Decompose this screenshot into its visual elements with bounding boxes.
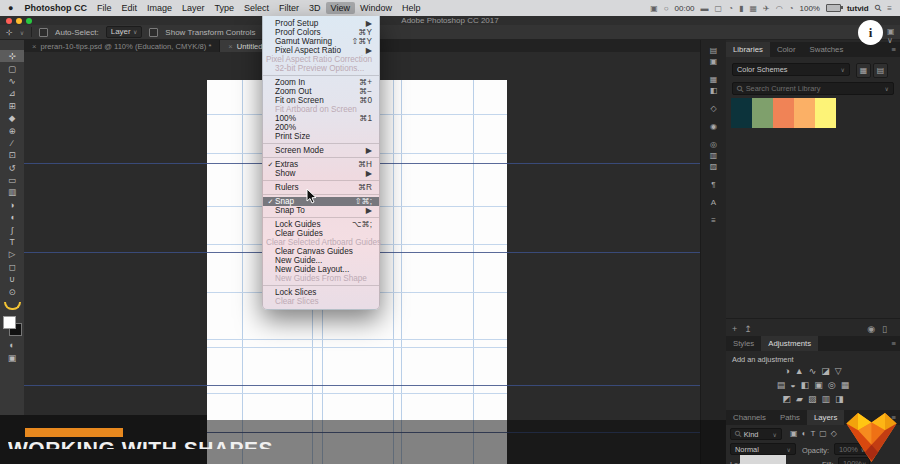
view-menu-item-fit-on-screen[interactable]: Fit on Screen⌘0 bbox=[263, 96, 379, 105]
adjustment-icon-0-4[interactable]: ▽ bbox=[835, 366, 842, 376]
collapsed-panel-icon-6-0[interactable]: A bbox=[711, 197, 716, 208]
auto-select-checkbox[interactable] bbox=[39, 28, 48, 37]
blend-mode-dropdown[interactable]: Normal∨ bbox=[730, 443, 796, 455]
close-tab-icon[interactable]: × bbox=[32, 42, 36, 51]
filter-icon-4[interactable]: ◇ bbox=[831, 429, 837, 438]
collapsed-panel-icon-4-1[interactable]: ▥ bbox=[710, 150, 718, 161]
view-menu-item-100-[interactable]: 100%⌘1 bbox=[263, 114, 379, 123]
adjustment-icon-1-3[interactable]: ▣ bbox=[814, 380, 823, 390]
color-swatch-1[interactable] bbox=[752, 98, 773, 128]
type-tool[interactable]: T bbox=[0, 236, 24, 248]
view-menu-item-proof-setup[interactable]: Proof Setup▶ bbox=[263, 19, 379, 28]
library-footer-icon-0[interactable]: + bbox=[732, 324, 737, 334]
view-menu-item-lock-guides[interactable]: Lock Guides⌥⌘; bbox=[263, 220, 379, 229]
color-swatch-0[interactable] bbox=[731, 98, 752, 128]
view-menu-item-proof-colors[interactable]: Proof Colors⌘Y bbox=[263, 28, 379, 37]
adjustment-icon-1-5[interactable]: ▦ bbox=[841, 380, 850, 390]
adjustment-icon-1-0[interactable]: ▤ bbox=[777, 380, 786, 390]
menubar-item-photoshop-cc[interactable]: Photoshop CC bbox=[19, 2, 92, 14]
library-tab-color[interactable]: Color bbox=[770, 42, 803, 57]
path-selection-tool[interactable]: ▷ bbox=[0, 248, 24, 260]
vertical-guide[interactable] bbox=[393, 80, 394, 464]
tool-preset-chevron[interactable]: ∨ bbox=[20, 29, 24, 36]
adjustment-icon-1-2[interactable]: ◧ bbox=[801, 380, 810, 390]
workspace-switcher-icon[interactable]: ▣ ∨ bbox=[887, 27, 900, 45]
adjustment-icon-1-1[interactable]: ◒ bbox=[790, 380, 795, 390]
adjustments-tab-adjustments[interactable]: Adjustments bbox=[761, 336, 818, 351]
shape-tool[interactable]: ◻ bbox=[0, 261, 24, 273]
menubar-item-3d[interactable]: 3D bbox=[304, 2, 326, 14]
adjustment-icon-2-0[interactable]: ◩ bbox=[783, 394, 792, 404]
adjustment-icon-1-4[interactable]: ◎ bbox=[828, 380, 836, 390]
screen-mode-icon[interactable]: ▣ bbox=[0, 353, 24, 363]
clone-stamp-tool[interactable]: ⊡ bbox=[0, 149, 24, 161]
view-menu-item-rulers[interactable]: Rulers⌘R bbox=[263, 183, 379, 192]
menubar-item-edit[interactable]: Edit bbox=[116, 2, 142, 14]
list-view-icon[interactable]: ▤ bbox=[873, 63, 888, 78]
menubar-item-filter[interactable]: Filter bbox=[274, 2, 304, 14]
library-tab-swatches[interactable]: Swatches bbox=[803, 42, 851, 57]
collapsed-panel-icon-1-1[interactable]: ◧ bbox=[710, 85, 718, 96]
adjustment-icon-2-4[interactable]: ◨ bbox=[835, 394, 844, 404]
auto-select-dropdown[interactable]: Layer ∨ bbox=[106, 26, 143, 38]
horizontal-guide[interactable] bbox=[207, 347, 507, 348]
collapsed-panel-icon-2-0[interactable]: ◇ bbox=[710, 103, 716, 114]
library-search-input[interactable]: ⚲ Search Current Library∨ bbox=[732, 82, 894, 95]
view-menu-item-snap[interactable]: ✓Snap⇧⌘; bbox=[263, 197, 379, 206]
library-footer-right-icon-1[interactable]: ▯ bbox=[882, 324, 887, 334]
view-menu-item-show[interactable]: Show▶ bbox=[263, 169, 379, 178]
spotlight-search-icon[interactable]: ⚲ bbox=[872, 2, 884, 14]
view-menu-item-zoom-in[interactable]: Zoom In⌘+ bbox=[263, 78, 379, 87]
apple-menu-icon[interactable]: ● bbox=[8, 3, 13, 13]
adjustment-icon-2-1[interactable]: ▰ bbox=[796, 394, 803, 404]
blur-tool[interactable]: ◑ bbox=[0, 199, 24, 211]
zoom-tool[interactable]: ⊙ bbox=[0, 285, 24, 297]
library-footer-right-icon-0[interactable]: ◉ bbox=[867, 324, 875, 334]
color-schemes-dropdown[interactable]: Color Schemes∨ bbox=[732, 63, 850, 76]
crop-tool[interactable]: ⊞ bbox=[0, 100, 24, 112]
brush-tool[interactable]: ∕ bbox=[0, 137, 24, 149]
grid-view-icon[interactable]: ▦ bbox=[856, 63, 871, 78]
library-footer-icon-1[interactable]: ↥ bbox=[744, 324, 752, 334]
collapsed-panel-icon-1-0[interactable]: ▦ bbox=[710, 74, 718, 85]
collapsed-panel-icon-5-0[interactable]: ¶ bbox=[711, 179, 715, 190]
gradient-tool[interactable]: ▥ bbox=[0, 186, 24, 198]
horizontal-guide[interactable] bbox=[207, 339, 507, 340]
dodge-tool[interactable]: ◖ bbox=[0, 211, 24, 223]
color-swatch-2[interactable] bbox=[773, 98, 794, 128]
notification-center-icon[interactable]: ≡ bbox=[887, 4, 892, 13]
adjustment-icon-0-1[interactable]: ▲ bbox=[795, 366, 804, 376]
view-menu-item-clear-guides[interactable]: Clear Guides bbox=[263, 229, 379, 238]
library-tab-libraries[interactable]: Libraries bbox=[726, 42, 770, 57]
layer-filter-dropdown[interactable]: ⚲ Kind∨ bbox=[730, 428, 782, 440]
menubar-item-layer[interactable]: Layer bbox=[177, 2, 210, 14]
view-menu-item-gamut-warning[interactable]: Gamut Warning⇧⌘Y bbox=[263, 37, 379, 46]
quick-selection-tool[interactable]: ⊿ bbox=[0, 87, 24, 99]
hand-tool[interactable]: ∪ bbox=[0, 273, 24, 285]
menubar-item-help[interactable]: Help bbox=[397, 2, 426, 14]
layers-tab-layers[interactable]: Layers bbox=[807, 410, 844, 425]
info-icon[interactable]: i bbox=[858, 20, 883, 45]
pen-tool[interactable]: ∫ bbox=[0, 223, 24, 235]
menubar-item-file[interactable]: File bbox=[92, 2, 117, 14]
color-swatch-3[interactable] bbox=[794, 98, 815, 128]
vertical-guide[interactable] bbox=[473, 80, 474, 464]
adjustments-tab-styles[interactable]: Styles bbox=[726, 336, 761, 351]
history-brush-tool[interactable]: ↺ bbox=[0, 162, 24, 174]
view-menu-item-zoom-out[interactable]: Zoom Out⌘− bbox=[263, 87, 379, 96]
layer-thumbnail[interactable] bbox=[740, 455, 786, 464]
collapsed-panel-icon-0-0[interactable]: ▤ bbox=[710, 45, 718, 56]
collapsed-panel-icon-3-0[interactable]: ◉ bbox=[710, 121, 717, 132]
view-menu-item-new-guide-[interactable]: New Guide... bbox=[263, 256, 379, 265]
close-tab-icon[interactable]: × bbox=[228, 42, 232, 51]
view-menu-item-new-guide-layout-[interactable]: New Guide Layout... bbox=[263, 265, 379, 274]
healing-brush-tool[interactable]: ⊕ bbox=[0, 124, 24, 136]
vertical-guide[interactable] bbox=[401, 80, 402, 464]
marquee-tool[interactable]: ▢ bbox=[0, 62, 24, 74]
view-menu-item-lock-slices[interactable]: Lock Slices bbox=[263, 288, 379, 297]
adjustment-icon-0-2[interactable]: ∿ bbox=[809, 366, 817, 376]
filter-icon-2[interactable]: T bbox=[810, 429, 815, 438]
menubar-item-window[interactable]: Window bbox=[355, 2, 397, 14]
menubar-item-view[interactable]: View bbox=[326, 2, 355, 14]
layers-tab-channels[interactable]: Channels bbox=[726, 410, 773, 425]
